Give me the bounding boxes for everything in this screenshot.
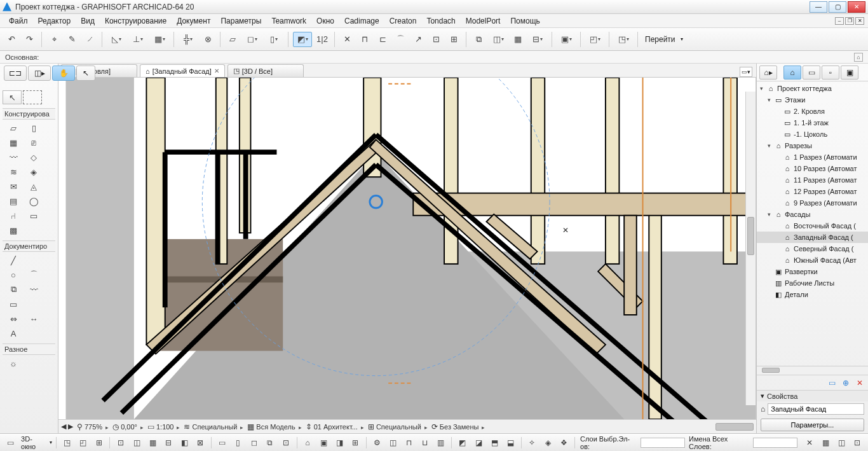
tree-row[interactable]: ▾▭Этажи — [757, 94, 868, 106]
bb-23[interactable]: ▥ — [434, 436, 447, 449]
tree-row[interactable]: ⌂10 Разрез (Автомат — [757, 163, 868, 174]
nav-delete-icon[interactable]: ✕ — [854, 378, 865, 388]
bb-29[interactable]: ◈ — [541, 436, 555, 449]
snap-button[interactable]: ▦ — [150, 32, 169, 47]
perp-button[interactable]: ⊥ — [128, 32, 147, 47]
tb9[interactable]: ◫ — [489, 32, 508, 47]
tool-button[interactable]: ↔ — [24, 312, 43, 326]
menu-options[interactable]: Параметры — [215, 15, 266, 27]
tree-row[interactable]: ▣Развертки — [757, 266, 868, 277]
menu-creaton[interactable]: Creaton — [384, 15, 422, 27]
tool-button[interactable]: A — [4, 326, 23, 340]
nav-tab-1[interactable]: ⌂▸ — [759, 66, 777, 80]
tree-row[interactable]: ⌂Западный Фасад ( — [757, 232, 868, 243]
bb-plan[interactable]: ▭ — [4, 436, 17, 449]
tree-row[interactable]: ◧Детали — [757, 289, 868, 300]
nav-tab-pub[interactable]: ▣ — [841, 66, 858, 80]
view-name-input[interactable] — [768, 403, 864, 415]
nav-next[interactable]: ▶ — [68, 422, 73, 431]
bb-22[interactable]: ⊔ — [418, 436, 431, 449]
tree-row[interactable]: ▾⌂Разрезы — [757, 140, 868, 151]
tb11[interactable]: ⊟ — [528, 32, 547, 47]
tree-row[interactable]: ⌂1 Разрез (Автомати — [757, 151, 868, 163]
tool-button[interactable] — [24, 356, 43, 370]
minimize-button[interactable]: — — [810, 1, 827, 13]
bb-17[interactable]: ◨ — [333, 436, 346, 449]
tb6[interactable]: ⊡ — [428, 32, 444, 47]
params-button[interactable]: Параметры... — [761, 419, 864, 431]
tool-button[interactable] — [24, 297, 43, 311]
tree-row[interactable]: ⌂12 Разрез (Автомат — [757, 186, 868, 197]
tab-close-icon[interactable]: ✕ — [214, 67, 219, 74]
model-drop[interactable] — [297, 423, 302, 431]
mdi-minimize[interactable]: – — [835, 17, 844, 25]
menu-document[interactable]: Документ — [172, 15, 215, 27]
angle-drop[interactable] — [139, 423, 144, 431]
tree-row[interactable]: ⌂Северный Фасад ( — [757, 243, 868, 254]
bb-e2[interactable]: ▦ — [819, 436, 832, 449]
menu-view[interactable]: Вид — [76, 15, 100, 27]
tree-row[interactable]: ▾⌂Проект коттеджа — [757, 83, 868, 94]
zoom-drop[interactable] — [104, 423, 109, 431]
mode-2[interactable]: ◫▸ — [28, 66, 51, 81]
tab-list-button[interactable]: ▭▾ — [740, 67, 752, 77]
tool-button[interactable]: ▤ — [4, 194, 23, 208]
marquee-tool[interactable] — [23, 90, 42, 104]
mode-arrow[interactable]: ↖ — [76, 66, 95, 81]
mdi-close[interactable]: ✕ — [855, 17, 864, 25]
tree-toggle-icon[interactable]: ▾ — [766, 142, 772, 149]
menu-modelport[interactable]: ModelPort — [461, 15, 506, 27]
ruler-button[interactable]: ⟋ — [82, 32, 97, 47]
nav-tab-project[interactable]: ⌂ — [783, 66, 801, 80]
bb-1[interactable]: ◳ — [60, 436, 74, 449]
bb-14[interactable]: ⊡ — [279, 436, 292, 449]
redo-button[interactable]: ↷ — [22, 32, 37, 47]
tool-button[interactable]: ☼ — [4, 356, 23, 370]
bb-26[interactable]: ⬒ — [488, 436, 501, 449]
angle-button[interactable]: ◺ — [107, 32, 126, 47]
home-button[interactable]: ⌂ — [854, 53, 863, 62]
bb-7[interactable]: ⊟ — [162, 436, 175, 449]
bb-9[interactable]: ⊠ — [194, 436, 207, 449]
bb-13[interactable]: ⧉ — [263, 436, 276, 449]
tb10[interactable]: ▦ — [510, 32, 526, 47]
tb7[interactable]: ⊞ — [446, 32, 461, 47]
tree-row[interactable]: ⌂11 Разрез (Автомат — [757, 174, 868, 186]
tool-button[interactable]: ✉ — [4, 179, 23, 193]
grid-button[interactable]: ╬ — [179, 32, 198, 47]
navigator-hscroll[interactable] — [757, 366, 868, 375]
tree-toggle-icon[interactable]: ▾ — [766, 211, 772, 218]
bb-16[interactable]: ▣ — [317, 436, 330, 449]
tb12[interactable]: ▣ — [557, 32, 576, 47]
tool-button[interactable]: ▦ — [4, 135, 23, 149]
undo-button[interactable]: ↶ — [4, 32, 19, 47]
bb-24[interactable]: ◩ — [456, 436, 469, 449]
sheet-button[interactable]: ▯ — [264, 32, 283, 47]
tool-button[interactable]: ⌒ — [24, 268, 43, 282]
scale-drop[interactable] — [175, 423, 180, 431]
menu-design[interactable]: Конструирование — [100, 15, 172, 27]
bb-2[interactable]: ◰ — [76, 436, 90, 449]
horizontal-scrollbar[interactable] — [715, 423, 754, 431]
bb-11[interactable]: ▯ — [231, 436, 245, 449]
tb2[interactable]: ⊓ — [357, 32, 372, 47]
menu-help[interactable]: Помощь — [505, 15, 545, 27]
nav-tab-layouts[interactable]: ▫ — [822, 66, 839, 80]
vertical-scrollbar[interactable] — [745, 92, 756, 405]
bb-e1[interactable]: ✕ — [803, 436, 816, 449]
pen-drop[interactable] — [423, 423, 428, 431]
tool-button[interactable]: ▩ — [4, 223, 23, 237]
bb-e3[interactable]: ◫ — [835, 436, 848, 449]
tool-button[interactable]: ▯ — [24, 121, 43, 135]
layers-all-input[interactable] — [753, 438, 797, 448]
bb-4[interactable]: ⊡ — [114, 436, 127, 449]
tool-button[interactable]: 〰 — [4, 150, 23, 164]
bb-30[interactable]: ❖ — [557, 436, 571, 449]
tool-button[interactable]: ⇔ — [4, 312, 23, 326]
tool-button[interactable]: ≋ — [4, 165, 23, 179]
tool-button[interactable]: ⎚ — [24, 135, 43, 149]
tree-row[interactable]: ⌂Восточный Фасад ( — [757, 220, 868, 232]
replace-drop[interactable] — [480, 423, 485, 431]
tool-button[interactable]: ╱ — [4, 253, 23, 267]
tree-row[interactable]: ⌂9 Разрез (Автомати — [757, 197, 868, 209]
